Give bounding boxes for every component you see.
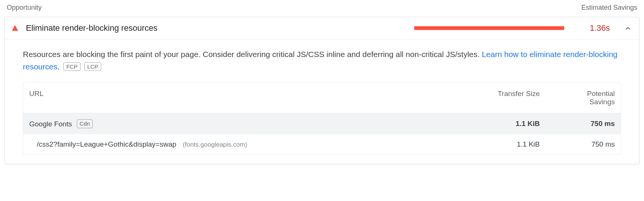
group-potential-savings: 750 ms	[540, 120, 615, 128]
audit-title: Eliminate render-blocking resources	[26, 23, 157, 33]
chevron-up-icon	[623, 24, 632, 33]
resources-table: URL Transfer Size Potential Savings Goog…	[23, 82, 621, 155]
table-row: /css2?family=League+Gothic&display=swap …	[23, 134, 621, 154]
audit-card: Eliminate render-blocking resources 1.36…	[4, 17, 640, 164]
audit-description: Resources are blocking the first paint o…	[23, 48, 621, 73]
savings-bar	[414, 26, 564, 30]
header-estimated-savings: Estimated Savings	[581, 4, 637, 12]
audit-summary-toggle[interactable]: Eliminate render-blocking resources 1.36…	[5, 17, 639, 39]
group-url-cell: Google Fonts Cdn	[29, 119, 465, 128]
group-transfer-size: 1.1 KiB	[465, 120, 540, 128]
table-group-row: Google Fonts Cdn 1.1 KiB 750 ms	[23, 113, 621, 134]
col-header-transfer-size: Transfer Size	[465, 90, 540, 98]
item-potential-savings: 750 ms	[540, 140, 615, 148]
description-text: Resources are blocking the first paint o…	[23, 50, 482, 58]
audit-opportunity-panel: Opportunity Estimated Savings Eliminate …	[0, 0, 644, 169]
item-url-cell: /css2?family=League+Gothic&display=swap …	[37, 140, 465, 148]
header-opportunity: Opportunity	[7, 4, 42, 12]
item-path: /css2?family=League+Gothic&display=swap	[37, 140, 176, 148]
group-label: Google Fonts	[29, 120, 72, 128]
metric-chip-fcp: FCP	[63, 62, 81, 71]
savings-value: 1.36s	[590, 23, 610, 33]
col-header-potential-savings: Potential Savings	[540, 90, 615, 106]
col-header-url: URL	[29, 90, 465, 98]
metric-chip-lcp: LCP	[84, 62, 101, 71]
table-header-row: URL Transfer Size Potential Savings	[23, 83, 621, 113]
audit-details: Resources are blocking the first paint o…	[5, 39, 639, 164]
column-headers: Opportunity Estimated Savings	[4, 0, 640, 17]
group-chip-cdn: Cdn	[77, 119, 93, 128]
description-suffix: .	[57, 62, 60, 71]
item-host: (fonts.googleapis.com)	[183, 141, 247, 148]
fail-triangle-icon	[11, 24, 19, 32]
item-transfer-size: 1.1 KiB	[465, 140, 540, 148]
